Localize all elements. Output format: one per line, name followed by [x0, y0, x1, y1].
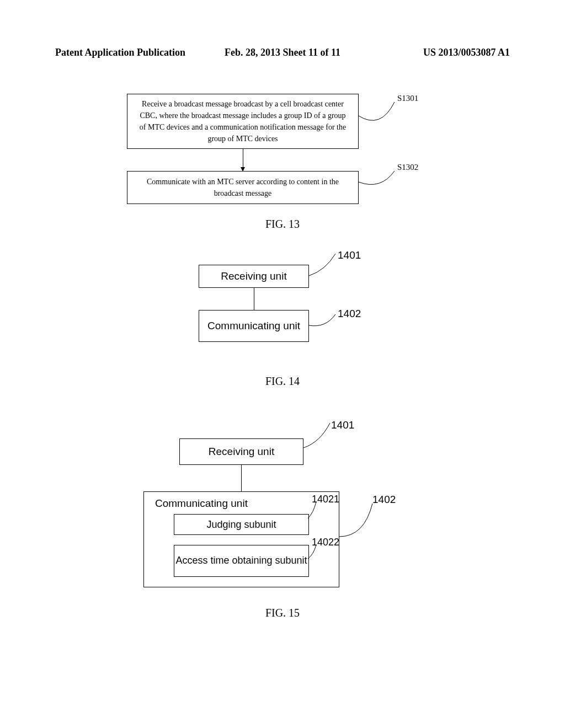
lead-line-1 [359, 102, 403, 141]
label-14022: 14022 [312, 537, 339, 548]
communicating-unit-14: Communicating unit [199, 310, 309, 342]
label-1401-14: 1401 [338, 249, 361, 261]
fig15-diagram: Receiving unit Communicating unit Judgin… [143, 438, 419, 587]
arrow-down-icon [243, 149, 243, 171]
sheet-info: Feb. 28, 2013 Sheet 11 of 11 [207, 47, 359, 58]
fig14-caption: FIG. 14 [0, 375, 565, 388]
receiving-unit-14: Receiving unit [199, 265, 309, 288]
connector-line-15 [241, 465, 242, 491]
step-s1301-box: Receive a broadcast message broadcast by… [127, 94, 359, 149]
step-s1302-box: Communicate with an MTC server according… [127, 171, 359, 204]
label-s1301: S1301 [397, 94, 418, 103]
communicating-unit-15: Communicating unit Judging subunit Acces… [143, 491, 339, 587]
fig13-diagram: Receive a broadcast message broadcast by… [127, 94, 403, 204]
step-s1301-text: Receive a broadcast message broadcast by… [136, 98, 349, 144]
access-time-subunit: Access time obtaining subunit [174, 545, 309, 577]
label-s1302: S1302 [397, 163, 418, 172]
fig13-caption: FIG. 13 [0, 218, 565, 231]
access-time-subunit-label: Access time obtaining subunit [175, 555, 307, 567]
label-1401-15: 1401 [331, 419, 354, 431]
page-header: Patent Application Publication Feb. 28, … [55, 47, 510, 58]
judging-subunit: Judging subunit [174, 514, 309, 535]
publication-label: Patent Application Publication [55, 47, 207, 58]
connector-line-14 [254, 288, 254, 310]
label-1402-15: 1402 [372, 494, 396, 506]
fig15-caption: FIG. 15 [0, 607, 565, 619]
lead-line-2 [359, 171, 403, 199]
receiving-unit-15: Receiving unit [179, 438, 303, 465]
lead-line-1402-15 [339, 504, 389, 553]
receiving-unit-15-label: Receiving unit [209, 446, 274, 458]
label-14021: 14021 [312, 494, 339, 505]
communicating-unit-14-label: Communicating unit [207, 320, 300, 333]
communicating-unit-15-label: Communicating unit [152, 497, 331, 510]
label-1402-14: 1402 [338, 308, 361, 320]
step-s1302-text: Communicate with an MTC server according… [136, 176, 349, 199]
receiving-unit-14-label: Receiving unit [221, 270, 286, 282]
fig14-diagram: Receiving unit Communicating unit 1401 1… [188, 265, 381, 342]
judging-subunit-label: Judging subunit [206, 519, 276, 531]
patent-number: US 2013/0053087 A1 [358, 47, 510, 58]
